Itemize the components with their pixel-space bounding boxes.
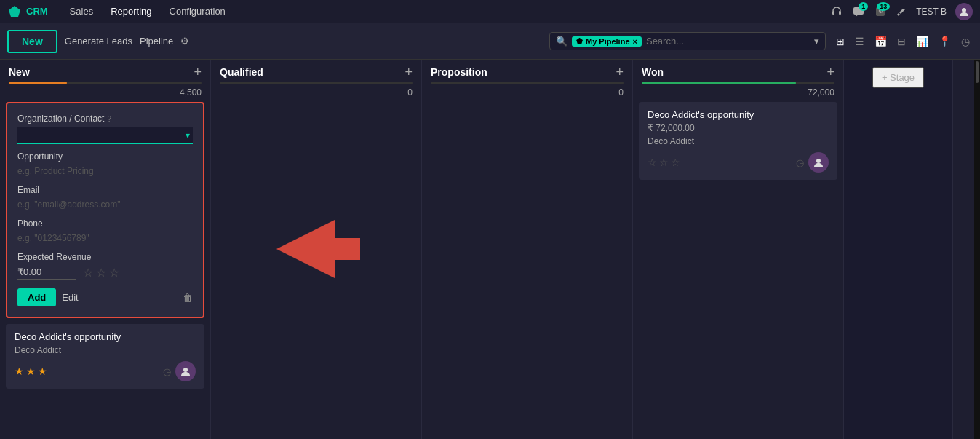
filter-close-icon[interactable]: × [633, 37, 637, 46]
nav-sales[interactable]: Sales [63, 3, 101, 20]
headset-icon[interactable] [830, 5, 843, 18]
col-won-title: Won [642, 66, 664, 78]
topbar-right: 1 ⚙ 13 TEST B [830, 3, 973, 20]
notifications-icon[interactable]: ⚙ 13 [874, 5, 887, 18]
org-contact-help-icon: ? [107, 115, 111, 123]
col-new-progress [9, 82, 202, 84]
col-won-add-btn[interactable]: + [826, 66, 834, 79]
card-star-3[interactable]: ★ [38, 365, 47, 377]
pipeline-link[interactable]: Pipeline [140, 36, 173, 47]
search-input[interactable] [646, 36, 810, 47]
kanban-col-stage: + Stage [844, 60, 953, 439]
col-qualified-cards [211, 102, 421, 439]
card-avatar [175, 361, 196, 381]
star-3[interactable]: ☆ [109, 266, 119, 280]
add-stage-button[interactable]: + Stage [872, 67, 924, 88]
search-dropdown-icon[interactable]: ▾ [814, 36, 819, 47]
col-qualified-progress [220, 82, 413, 84]
col-qualified-title: Qualified [220, 66, 263, 78]
app-title: CRM [26, 6, 48, 17]
col-new-header: New + [0, 60, 210, 82]
svg-rect-2 [839, 11, 841, 15]
list-item[interactable]: Deco Addict's opportunity ₹ 72,000.00 De… [639, 102, 837, 180]
topbar-nav: Sales Reporting Configuration [63, 3, 233, 20]
filter-label: My Pipeline [586, 37, 630, 46]
map-view-icon[interactable]: 📍 [936, 34, 954, 49]
col-won-header: Won + [633, 60, 843, 82]
list-view-icon[interactable]: ☰ [852, 34, 867, 49]
col-new-add-btn[interactable]: + [194, 66, 202, 79]
card-star-2[interactable]: ☆ [659, 157, 669, 168]
notif-badge: 13 [877, 2, 890, 11]
col-qualified-amount: 0 [211, 87, 421, 102]
card-star-2[interactable]: ★ [26, 365, 36, 377]
col-proposition-title: Proposition [431, 66, 487, 78]
revenue-input[interactable] [17, 265, 76, 280]
org-contact-input-wrapper: ▾ [17, 127, 193, 144]
col-proposition-add-btn[interactable]: + [616, 66, 624, 79]
svg-point-6 [962, 8, 966, 12]
col-new-cards: Organization / Contact ? ▾ Opportunity e… [0, 102, 210, 439]
add-button[interactable]: Add [17, 288, 56, 306]
card-footer: ★ ★ ★ ◷ [15, 361, 196, 381]
chat-badge: 1 [859, 2, 868, 11]
calendar-view-icon[interactable]: 📅 [872, 34, 890, 49]
chat-icon[interactable]: 1 [852, 5, 865, 18]
org-contact-input[interactable] [17, 127, 193, 144]
card-company: Deco Addict [648, 136, 829, 146]
crm-logo-icon [7, 4, 22, 19]
svg-point-8 [183, 368, 188, 372]
svg-marker-0 [9, 6, 20, 17]
nav-reporting[interactable]: Reporting [103, 3, 159, 20]
user-avatar[interactable] [955, 3, 973, 20]
card-star-1[interactable]: ☆ [648, 157, 657, 168]
filter-icon: ⬟ [576, 37, 583, 45]
toolbar: New Generate Leads Pipeline ⚙ 🔍 ⬟ My Pip… [0, 23, 980, 60]
kanban-col-won: Won + 72,000 Deco Addict's opportunity ₹… [633, 60, 844, 439]
col-new-title: New [9, 66, 30, 78]
kanban-view-icon[interactable]: ⊞ [833, 34, 848, 49]
form-actions: Add Edit 🗑 [17, 288, 193, 306]
search-icon: 🔍 [556, 36, 567, 47]
topbar: CRM Sales Reporting Configuration 1 ⚙ 13… [0, 0, 980, 23]
edit-button[interactable]: Edit [62, 292, 78, 303]
kanban-col-proposition: Proposition + 0 [422, 60, 633, 439]
search-bar: 🔍 ⬟ My Pipeline × ▾ [549, 32, 826, 50]
opportunity-placeholder: e.g. Product Pricing [17, 165, 193, 178]
org-contact-dropdown-icon[interactable]: ▾ [186, 130, 190, 141]
kanban-col-qualified: Qualified + 0 [211, 60, 422, 439]
col-qualified-add-btn[interactable]: + [405, 66, 413, 79]
pipeline-settings-icon[interactable]: ⚙ [180, 36, 189, 47]
star-1[interactable]: ☆ [83, 266, 93, 280]
col-proposition-progress [431, 82, 624, 84]
chart-view-icon[interactable]: 📊 [913, 34, 931, 49]
card-amount: ₹ 72,000.00 [648, 123, 829, 133]
card-star-3[interactable]: ☆ [671, 157, 680, 168]
svg-point-9 [816, 159, 821, 163]
nav-configuration[interactable]: Configuration [162, 3, 233, 20]
col-won-amount: 72,000 [633, 87, 843, 102]
wrench-icon[interactable] [896, 6, 907, 17]
card-company: Deco Addict [15, 345, 196, 355]
col-won-cards: Deco Addict's opportunity ₹ 72,000.00 De… [633, 102, 843, 439]
expected-revenue-field-label: Expected Revenue [17, 252, 193, 262]
email-placeholder: e.g. "email@address.com" [17, 198, 193, 211]
app-logo: CRM [7, 4, 48, 19]
pivot-view-icon[interactable]: ⊟ [894, 34, 909, 49]
col-proposition-header: Proposition + [422, 60, 632, 82]
list-item[interactable]: Deco Addict's opportunity Deco Addict ★ … [6, 324, 204, 389]
new-button[interactable]: New [7, 30, 57, 53]
org-contact-field-label: Organization / Contact ? [17, 114, 193, 124]
user-name[interactable]: TEST B [916, 7, 947, 17]
phone-placeholder: e.g. "0123456789" [17, 232, 193, 245]
star-2[interactable]: ☆ [96, 266, 106, 280]
scrollbar[interactable] [974, 60, 980, 439]
card-star-1[interactable]: ★ [15, 365, 24, 377]
activity-view-icon[interactable]: ◷ [958, 34, 973, 49]
my-pipeline-filter[interactable]: ⬟ My Pipeline × [572, 36, 642, 47]
delete-icon[interactable]: 🗑 [183, 292, 193, 304]
svg-rect-1 [832, 11, 834, 15]
card-stars: ☆ ☆ ☆ [648, 157, 680, 168]
generate-leads-link[interactable]: Generate Leads [65, 36, 132, 47]
col-new-progress-fill [9, 82, 67, 84]
